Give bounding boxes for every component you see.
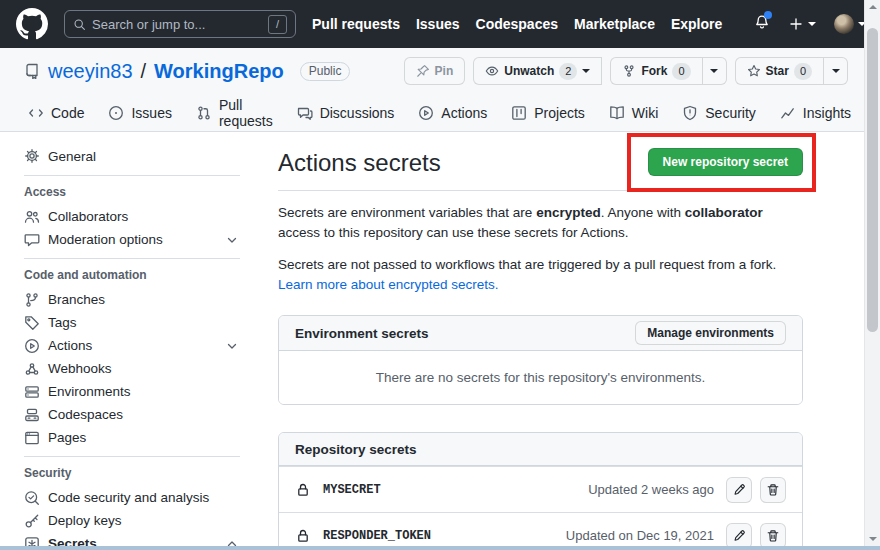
create-new-dropdown[interactable] xyxy=(788,16,816,32)
scrollbar-thumb[interactable] xyxy=(867,28,878,332)
caret-down-icon xyxy=(832,69,840,77)
fork-button[interactable]: Fork 0 xyxy=(610,57,702,85)
nav-codespaces[interactable]: Codespaces xyxy=(476,16,558,32)
repository-secrets-box: Repository secrets MYSECRET Updated 2 we… xyxy=(278,432,803,546)
slash-shortcut-key: / xyxy=(268,15,287,34)
people-icon xyxy=(24,209,40,225)
search-input[interactable] xyxy=(92,17,262,32)
tab-pull-requests[interactable]: Pull requests xyxy=(184,94,285,131)
red-annotation-box: New repository secret xyxy=(648,148,803,176)
sidebar-item-collaborators[interactable]: Collaborators xyxy=(24,205,240,228)
sidebar-item-secrets[interactable]: Secrets xyxy=(24,532,240,546)
repo-action-buttons: Pin Unwatch 2 xyxy=(404,57,848,85)
delete-secret-button[interactable] xyxy=(760,523,786,547)
breadcrumb: weeyin83 / WorkingRepo Public xyxy=(24,60,350,83)
new-repository-secret-button[interactable]: New repository secret xyxy=(648,148,803,176)
sidebar-divider xyxy=(24,175,240,176)
main-panel: Actions secrets New repository secret Se… xyxy=(256,132,864,546)
repo-name-link[interactable]: WorkingRepo xyxy=(154,60,284,83)
edit-secret-button[interactable] xyxy=(726,477,752,503)
sidebar-item-environments[interactable]: Environments xyxy=(24,380,240,403)
secret-row: RESPONDER_TOKEN Updated on Dec 19, 2021 xyxy=(279,512,802,546)
tab-security[interactable]: Security xyxy=(670,94,768,131)
environment-secrets-title: Environment secrets xyxy=(295,326,429,341)
vertical-scrollbar[interactable] xyxy=(864,0,880,546)
environment-secrets-box: Environment secrets Manage environments … xyxy=(278,315,803,405)
fork-count: 0 xyxy=(672,63,690,80)
delete-secret-button[interactable] xyxy=(760,477,786,503)
trash-icon xyxy=(766,483,780,497)
eye-icon xyxy=(485,64,499,78)
tab-insights[interactable]: Insights xyxy=(768,94,863,131)
caret-down-icon xyxy=(808,22,816,30)
tab-code[interactable]: Code xyxy=(16,94,96,131)
environment-secrets-header: Environment secrets Manage environments xyxy=(279,316,802,351)
sidebar-item-moderation-options[interactable]: Moderation options xyxy=(24,228,240,251)
star-dropdown-button[interactable] xyxy=(824,57,848,85)
sidebar-item-codespaces[interactable]: Codespaces xyxy=(24,403,240,426)
sidebar-item-code-security[interactable]: Code security and analysis xyxy=(24,486,240,509)
search-box[interactable]: / xyxy=(64,10,296,38)
avatar xyxy=(834,14,854,34)
pencil-icon xyxy=(732,483,746,497)
browser-icon xyxy=(24,430,40,446)
edit-secret-button[interactable] xyxy=(726,523,752,547)
tab-wiki[interactable]: Wiki xyxy=(597,94,670,131)
sidebar-item-branches[interactable]: Branches xyxy=(24,288,240,311)
lock-icon xyxy=(295,528,311,544)
fork-dropdown-button[interactable] xyxy=(703,57,727,85)
sidebar-section-security: Security xyxy=(24,465,240,481)
repo-owner-link[interactable]: weeyin83 xyxy=(48,60,133,83)
sidebar-item-tags[interactable]: Tags xyxy=(24,311,240,334)
github-logo-icon[interactable] xyxy=(16,8,48,40)
nav-pull-requests[interactable]: Pull requests xyxy=(312,16,400,32)
manage-environments-button[interactable]: Manage environments xyxy=(635,321,786,345)
repo-icon xyxy=(24,63,40,79)
nav-issues[interactable]: Issues xyxy=(416,16,460,32)
repository-secrets-header: Repository secrets xyxy=(279,433,802,466)
nav-explore[interactable]: Explore xyxy=(671,16,722,32)
star-button[interactable]: Star 0 xyxy=(735,57,824,85)
sidebar-section-code-automation: Code and automation xyxy=(24,267,240,283)
watch-button-group: Unwatch 2 xyxy=(473,57,602,85)
tab-actions[interactable]: Actions xyxy=(406,94,499,131)
tab-discussions[interactable]: Discussions xyxy=(285,94,407,131)
unwatch-button[interactable]: Unwatch 2 xyxy=(473,57,602,85)
sidebar-divider xyxy=(24,456,240,457)
scroll-up-arrow-icon[interactable] xyxy=(869,5,877,9)
chevron-up-icon xyxy=(224,536,240,547)
sidebar-item-pages[interactable]: Pages xyxy=(24,426,240,449)
secret-row: MYSECRET Updated 2 weeks ago xyxy=(279,466,802,512)
sidebar-item-actions[interactable]: Actions xyxy=(24,334,240,357)
pin-button[interactable]: Pin xyxy=(404,57,466,85)
secret-asterisk-icon xyxy=(24,536,40,547)
secret-updated: Updated 2 weeks ago xyxy=(588,482,714,497)
shield-icon xyxy=(682,105,698,121)
lock-icon xyxy=(295,482,311,498)
tab-projects[interactable]: Projects xyxy=(499,94,597,131)
nav-marketplace[interactable]: Marketplace xyxy=(574,16,655,32)
sidebar-item-general[interactable]: General xyxy=(24,144,240,168)
tab-issues[interactable]: Issues xyxy=(96,94,183,131)
codespaces-icon xyxy=(24,407,40,423)
fork-icon xyxy=(622,64,636,78)
code-icon xyxy=(28,105,44,121)
sidebar-item-webhooks[interactable]: Webhooks xyxy=(24,357,240,380)
notifications-button[interactable] xyxy=(754,14,770,34)
user-menu[interactable] xyxy=(834,14,864,34)
window-bottom-edge xyxy=(0,546,880,550)
pencil-icon xyxy=(732,529,746,543)
breadcrumb-separator: / xyxy=(141,60,147,83)
page-heading-row: Actions secrets New repository secret xyxy=(278,148,803,191)
learn-more-link[interactable]: Learn more about encrypted secrets. xyxy=(278,277,499,292)
trash-icon xyxy=(766,529,780,543)
top-header: / Pull requests Issues Codespaces Market… xyxy=(0,0,864,48)
caret-down-icon xyxy=(582,69,590,77)
sidebar-item-deploy-keys[interactable]: Deploy keys xyxy=(24,509,240,532)
repository-secrets-title: Repository secrets xyxy=(295,442,417,457)
star-count: 0 xyxy=(794,63,812,80)
header-right-cluster xyxy=(754,14,864,34)
scroll-down-arrow-icon[interactable] xyxy=(869,537,877,541)
secrets-description: Secrets are environment variables that a… xyxy=(278,203,803,243)
repo-tab-nav: Code Issues Pull requests Discussions xyxy=(0,94,864,131)
